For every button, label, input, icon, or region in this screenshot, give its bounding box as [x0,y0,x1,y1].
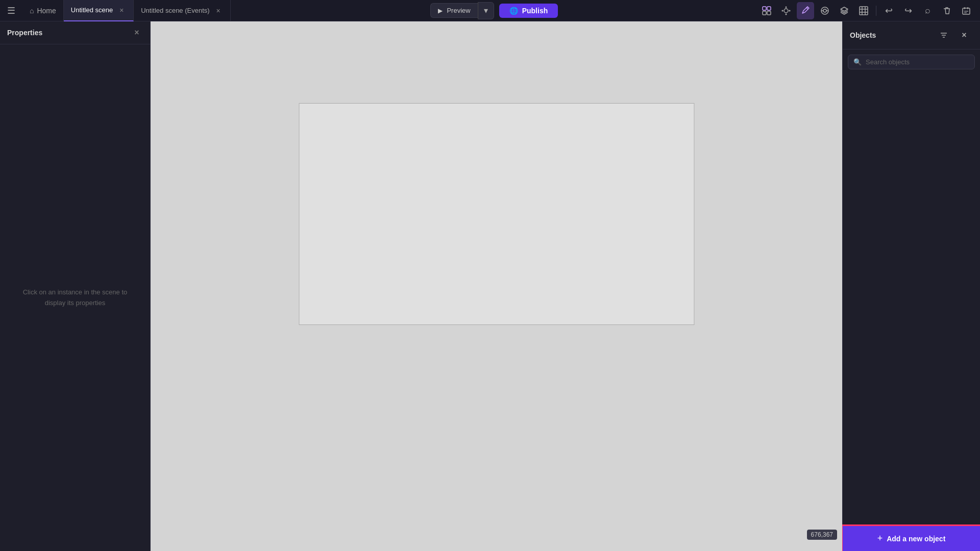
properties-panel: Properties × Click on an instance in the… [0,21,151,551]
plus-icon: + [877,533,883,544]
zoom-button[interactable]: ⌕ [919,2,936,19]
properties-title: Properties [7,29,42,37]
svg-point-10 [823,9,826,12]
search-objects-input[interactable] [866,58,969,66]
menu-icon: ☰ [7,5,15,16]
chevron-down-icon: ▾ [484,6,488,15]
properties-panel-header: Properties × [0,21,150,44]
objects-manager-icon-btn[interactable] [758,2,775,19]
redo-icon: ↪ [904,5,912,16]
objects-panel-header: Objects × [843,21,980,49]
delete-button[interactable] [938,2,955,19]
undo-button[interactable]: ↩ [880,2,897,19]
publish-button[interactable]: 🌐 Publish [499,4,558,18]
tab-scene[interactable]: Untitled scene × [64,0,134,21]
svg-point-7 [782,10,783,11]
tab-scene-label: Untitled scene [71,6,113,14]
svg-rect-17 [860,7,868,15]
properties-panel-close[interactable]: × [131,27,143,39]
top-right-icons: ↩ ↪ ⌕ [758,2,980,19]
variables-icon [820,6,830,16]
add-object-button[interactable]: + Add a new object [843,526,980,551]
svg-rect-1 [767,7,771,10]
behaviors-icon-btn[interactable] [777,2,795,19]
add-object-label: Add a new object [887,535,945,543]
variables-icon-btn[interactable] [816,2,834,19]
edit-icon [800,6,811,16]
top-bar: ☰ ⌂ Home Untitled scene × Untitled scene… [0,0,980,21]
behaviors-icon [781,6,791,16]
objects-manager-icon [762,6,772,16]
objects-title: Objects [850,31,876,39]
canvas-area[interactable]: 676,367 [151,21,842,551]
home-icon: ⌂ [30,7,34,15]
svg-point-4 [784,9,788,13]
toolbar-divider-1 [876,6,876,16]
redo-button[interactable]: ↪ [899,2,917,19]
properties-hint: Click on an instance in the scene todisp… [23,287,128,309]
globe-icon: 🌐 [509,7,518,15]
scene-canvas[interactable] [299,103,694,325]
home-tab-label: Home [37,7,56,15]
properties-empty-message: Click on an instance in the scene todisp… [0,44,150,551]
objects-panel: Objects × 🔍 + Add a [842,21,980,551]
canvas-coordinates: 676,367 [807,530,837,540]
preview-dropdown-button[interactable]: ▾ [478,2,494,19]
objects-panel-close[interactable]: × [955,27,973,44]
svg-rect-2 [763,11,766,15]
play-icon: ▶ [438,7,443,14]
history-icon [962,6,971,15]
layers-icon [839,6,849,16]
grid-icon [859,6,869,16]
publish-label: Publish [522,7,548,15]
zoom-icon: ⌕ [925,5,930,16]
tab-events-close[interactable]: × [214,6,223,15]
main-content: Properties × Click on an instance in the… [0,21,980,551]
tab-scene-close[interactable]: × [117,6,126,15]
preview-button[interactable]: ▶ Preview [430,3,477,18]
svg-rect-3 [767,11,771,15]
history-button[interactable] [958,2,975,19]
menu-button[interactable]: ☰ [0,0,22,21]
objects-header-actions: × [935,27,973,44]
tab-events-label: Untitled scene (Events) [141,7,209,14]
search-icon: 🔍 [853,58,862,66]
close-icon: × [962,31,966,40]
filter-icon [940,31,948,39]
trash-icon [942,6,951,15]
svg-point-8 [789,10,791,11]
svg-rect-0 [763,7,766,10]
svg-point-6 [786,13,787,15]
layers-icon-btn[interactable] [836,2,853,19]
add-object-button-container: + Add a new object [843,526,980,551]
grid-icon-btn[interactable] [855,2,872,19]
svg-point-5 [786,6,787,8]
undo-icon: ↩ [885,5,893,16]
search-objects-box[interactable]: 🔍 [848,55,975,69]
tab-events[interactable]: Untitled scene (Events) × [134,0,230,21]
edit-icon-btn[interactable] [797,2,814,19]
preview-label: Preview [447,7,470,14]
tab-home[interactable]: ⌂ Home [22,0,64,21]
top-center-actions: ▶ Preview ▾ 🌐 Publish [231,2,758,19]
objects-filter-button[interactable] [935,27,952,44]
